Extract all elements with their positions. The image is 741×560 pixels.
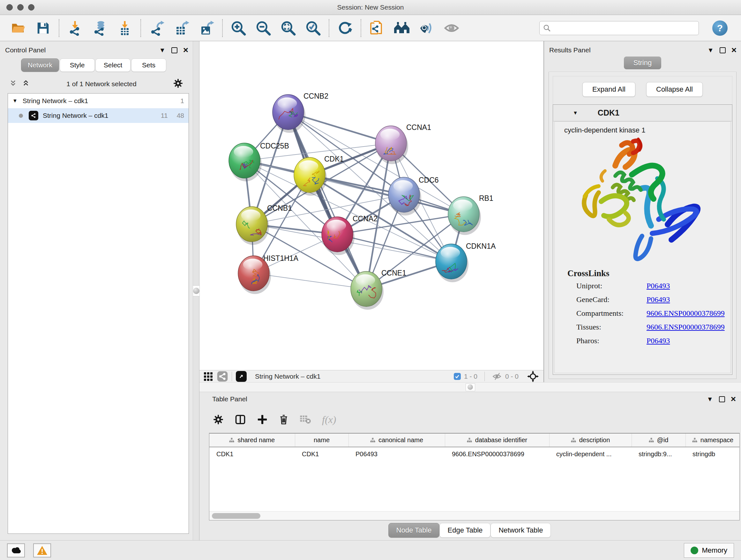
search-input[interactable]	[551, 22, 695, 34]
network-node-CDK1[interactable]	[294, 158, 327, 196]
column-header-canonical-name[interactable]: canonical name	[348, 434, 445, 447]
panel-menu-button[interactable]: ▼	[159, 47, 165, 53]
import-table-button[interactable]	[112, 18, 137, 38]
tab-select[interactable]: Select	[95, 58, 131, 72]
network-node-CCNA2[interactable]	[322, 217, 354, 255]
tab-edge-table[interactable]: Edge Table	[440, 523, 490, 538]
column-header-namespace[interactable]: namespace	[685, 434, 740, 447]
table-cell[interactable]: CDK1	[209, 447, 295, 461]
table-cell[interactable]: P06493	[348, 447, 445, 461]
table-cell[interactable]: stringdb	[685, 447, 740, 461]
collapse-all-button[interactable]: Collapse All	[646, 82, 703, 97]
panel-float-button[interactable]	[720, 47, 726, 53]
left-splitter-handle[interactable]	[193, 286, 200, 296]
show-columns-button[interactable]	[234, 414, 246, 425]
fit-selected-crosshair-icon[interactable]	[527, 370, 539, 382]
help-button[interactable]: ?	[712, 20, 728, 36]
network-node-CDKN1A[interactable]	[435, 244, 468, 282]
crosslink-link[interactable]: 9606.ENSP00000378699	[647, 323, 725, 331]
panel-float-button[interactable]	[719, 396, 725, 402]
cloud-status-button[interactable]	[7, 543, 25, 557]
panel-close-button[interactable]: ×	[183, 46, 188, 55]
import-database-button[interactable]	[87, 18, 112, 38]
network-node-RB1[interactable]	[448, 197, 481, 235]
home-button[interactable]	[389, 18, 414, 38]
node-label-CDK1: CDK1	[324, 155, 344, 163]
zoom-selected-button[interactable]	[300, 18, 326, 38]
column-header-name[interactable]: name	[295, 434, 348, 447]
column-header-database-identifier[interactable]: database identifier	[445, 434, 549, 447]
zoom-out-button[interactable]	[251, 18, 276, 38]
share-document-button[interactable]	[364, 18, 389, 38]
scrollbar-thumb[interactable]	[212, 513, 260, 519]
save-session-button[interactable]	[30, 18, 56, 38]
tab-style[interactable]: Style	[60, 58, 95, 72]
crosslink-link[interactable]: P06493	[647, 295, 670, 304]
network-canvas[interactable]: CCNB2CCNA1CDC25BCDK1CDC6RB1CCNB1CCNA2CDK…	[199, 41, 543, 370]
export-network-button[interactable]	[144, 18, 169, 38]
refresh-button[interactable]	[333, 18, 357, 38]
create-column-button[interactable]	[257, 414, 268, 425]
panel-float-button[interactable]	[172, 47, 178, 53]
network-collection-row[interactable]: ▼ String Network – cdk1 1	[8, 94, 189, 108]
left-splitter[interactable]	[193, 41, 199, 540]
export-image-button[interactable]	[194, 18, 219, 38]
delete-table-button[interactable]	[300, 415, 311, 424]
network-share-icon[interactable]	[217, 371, 228, 382]
network-row[interactable]: String Network – cdk1 11 48	[8, 108, 189, 123]
tab-string[interactable]: String	[624, 57, 661, 69]
network-node-CCNA1[interactable]	[375, 126, 408, 164]
tab-node-table[interactable]: Node Table	[388, 523, 440, 538]
selected-counts: 1 - 0	[464, 373, 477, 380]
toggle-visibility-button[interactable]	[414, 18, 439, 38]
zoom-in-button[interactable]	[226, 18, 251, 38]
table-cell[interactable]: CDK1	[295, 447, 348, 461]
table-cell[interactable]: stringdb:9...	[631, 447, 685, 461]
show-all-button[interactable]	[439, 18, 464, 38]
delete-columns-button[interactable]	[279, 414, 289, 425]
function-builder-button[interactable]: f(x)	[322, 414, 336, 426]
expand-all-networks-button[interactable]	[22, 79, 30, 88]
crosslink-link[interactable]: 9606.ENSP00000378699	[647, 309, 725, 318]
memory-button[interactable]: Memory	[684, 543, 734, 558]
open-in-new-window-button[interactable]	[236, 371, 247, 382]
panel-menu-button[interactable]: ▼	[707, 396, 713, 402]
selected-checkbox[interactable]	[454, 373, 461, 380]
search-box[interactable]	[539, 21, 699, 35]
import-network-button[interactable]	[63, 18, 87, 38]
table-options-gear-button[interactable]	[213, 414, 224, 425]
open-session-button[interactable]	[6, 18, 30, 38]
gene-expand-icon[interactable]: ▼	[573, 110, 578, 116]
collapse-all-networks-button[interactable]	[9, 79, 17, 88]
zoom-fit-button[interactable]	[276, 18, 300, 38]
tab-network[interactable]: Network	[21, 58, 59, 72]
network-node-CCNE1[interactable]	[351, 271, 384, 310]
export-table-button[interactable]	[169, 18, 194, 38]
gene-entry-header[interactable]: ▼ CDK1	[553, 105, 732, 121]
warning-status-button[interactable]	[33, 543, 51, 557]
table-cell[interactable]: cyclin-dependent ...	[549, 447, 631, 461]
network-node-CCNB2[interactable]	[273, 95, 306, 133]
table-row[interactable]: CDK1CDK1P064939606.ENSP00000378699cyclin…	[209, 447, 740, 461]
panel-menu-button[interactable]: ▼	[708, 47, 714, 53]
tab-network-table[interactable]: Network Table	[490, 523, 551, 538]
column-header-shared-name[interactable]: shared name	[209, 434, 295, 447]
network-options-gear-button[interactable]	[173, 78, 183, 89]
crosslink-row: Pharos:P06493	[567, 336, 731, 345]
tab-sets[interactable]: Sets	[131, 58, 166, 72]
table-cell[interactable]: 9606.ENSP00000378699	[445, 447, 549, 461]
column-header-description[interactable]: description	[549, 434, 631, 447]
birds-eye-grid-icon[interactable]	[204, 372, 212, 381]
network-node-CDC6[interactable]	[388, 177, 421, 215]
column-header-@id[interactable]: @id	[631, 434, 685, 447]
panel-close-button[interactable]: ×	[731, 46, 737, 55]
horizontal-splitter-handle[interactable]	[466, 383, 475, 391]
crosslink-link[interactable]: P06493	[647, 282, 670, 290]
horizontal-splitter[interactable]	[199, 382, 741, 392]
collection-expand-icon[interactable]: ▼	[12, 98, 17, 104]
network-node-CDC25B[interactable]	[229, 143, 262, 181]
crosslink-link[interactable]: P06493	[647, 336, 670, 345]
panel-close-button[interactable]: ×	[731, 395, 736, 403]
expand-all-button[interactable]: Expand All	[583, 82, 635, 97]
table-horizontal-scrollbar[interactable]	[209, 511, 739, 520]
